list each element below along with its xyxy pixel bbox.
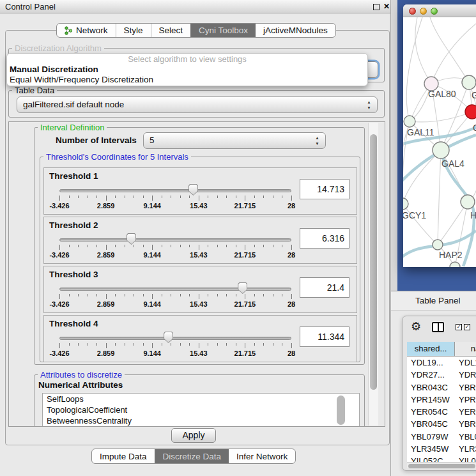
tab-impute-data[interactable]: Impute Data [92, 449, 155, 463]
threshold-slider-track[interactable] [59, 238, 291, 242]
tab-cyni-toolbox[interactable]: Cyni Toolbox [190, 24, 256, 37]
tick-mark [282, 245, 282, 247]
table-row[interactable]: YER054CYER0 [407, 406, 476, 418]
network-edge[interactable] [415, 17, 431, 84]
table-column-header[interactable]: shared... [407, 342, 455, 357]
threshold-slider-thumb[interactable] [238, 282, 247, 294]
attribute-list-item[interactable]: SelfLoops [43, 394, 359, 404]
table-row[interactable]: YBL079WYBL0 [407, 431, 476, 443]
tick-mark [180, 343, 181, 346]
float-window-icon[interactable] [373, 4, 380, 10]
apply-button[interactable]: Apply [171, 428, 216, 443]
table-cell: YBR043C [407, 381, 455, 394]
network-node-label: GAL4 [441, 158, 464, 169]
tab-jactivemnodules[interactable]: jActiveMNodules [256, 24, 335, 37]
network-node-label: H [470, 210, 476, 220]
network-node-hap2[interactable] [433, 240, 443, 250]
number-of-intervals-combo[interactable]: 5 ▲▼ [143, 132, 326, 149]
tab-style[interactable]: Style [116, 24, 151, 37]
network-edge[interactable] [410, 112, 472, 122]
table-row[interactable]: YBR043CYBR0 [407, 381, 476, 394]
tab-label: Style [124, 26, 143, 35]
table-hscrollbar-thumb[interactable] [408, 464, 475, 468]
tick-mark [152, 245, 153, 250]
tick-mark [125, 196, 125, 198]
tick-mark [236, 294, 236, 296]
table-row[interactable]: YLR345WYLR3 [407, 443, 476, 455]
network-canvas[interactable]: GAL80GACGAL11GAL4GCY1HHAP2 [403, 17, 476, 267]
threshold-slider-thumb[interactable] [188, 184, 198, 196]
tab-select[interactable]: Select [151, 24, 191, 37]
threshold-slider-thumb[interactable] [127, 233, 136, 245]
threshold-value-input[interactable]: 11.344 [300, 326, 349, 347]
thresholds-group: Threshold's Coordinates for 5 Intervals … [40, 157, 360, 362]
tab-infer-network[interactable]: Infer Network [229, 449, 295, 463]
panel-scrollbar-track[interactable] [368, 123, 378, 426]
minimize-traffic-light-icon[interactable] [420, 8, 427, 15]
tab-discretize-data[interactable]: Discretize Data [155, 449, 229, 463]
gear-icon[interactable]: ⚙ [411, 320, 421, 333]
split-pane-divider[interactable] [391, 0, 397, 291]
zoom-traffic-light-icon[interactable] [431, 8, 438, 15]
table-row[interactable]: YBR045CYBR0 [407, 418, 476, 430]
tick-mark [162, 245, 162, 247]
panel-scrollbar-thumb[interactable] [370, 134, 377, 390]
table-hscrollbar-track[interactable] [407, 462, 476, 468]
table-row[interactable]: YDR27...YDR2 [407, 369, 476, 381]
attribute-list-item[interactable]: TopologicalCoefficient [43, 404, 359, 415]
dropdown-option-manual[interactable]: Manual Discretization [7, 65, 367, 75]
threshold-slider-track[interactable] [59, 288, 291, 291]
threshold-slider-thumb[interactable] [164, 332, 173, 343]
table-panel-titlebar: Table Panel [391, 291, 476, 311]
close-traffic-light-icon[interactable] [409, 8, 416, 15]
slider-scale-label: 9.144 [143, 349, 161, 357]
tick-mark [78, 343, 79, 346]
network-edge[interactable] [403, 150, 441, 204]
dropdown-option-equal-width[interactable]: Equal Width/Frequency Discretization [7, 75, 367, 85]
table-data-combo[interactable]: galFiltered.sif default node ▲▼ [17, 96, 378, 113]
tick-mark [263, 196, 264, 198]
threshold-slider-track[interactable] [59, 189, 291, 192]
table-row[interactable]: YDL19...YDL1 [407, 357, 476, 369]
control-panel-titlebar: Control Panel ✕ [0, 0, 390, 13]
slider-scale-label: -3.426 [49, 349, 69, 357]
network-window-titlebar[interactable] [403, 4, 476, 17]
network-node-c[interactable] [465, 105, 476, 119]
slider-scale-label: 28 [288, 251, 295, 259]
threshold-value-input[interactable]: 14.713 [300, 179, 349, 199]
network-node-gal4[interactable] [433, 142, 449, 158]
tab-label: Cyni Toolbox [199, 26, 248, 35]
table-cell: YER054C [407, 406, 455, 418]
attributes-list-scrollbar[interactable] [337, 395, 345, 425]
threshold-label: Threshold 3 [49, 270, 98, 279]
slider-ticks [59, 196, 291, 201]
threshold-value-input[interactable]: 6.316 [300, 228, 349, 249]
network-node-gal11[interactable] [404, 116, 415, 127]
threshold-slider-track[interactable] [59, 337, 291, 340]
network-edge[interactable] [431, 24, 476, 84]
table-row[interactable]: YPR145WYPR1 [407, 394, 476, 406]
network-node[interactable] [450, 262, 460, 267]
tick-mark [282, 294, 282, 296]
tick-mark [245, 294, 245, 299]
network-edge[interactable] [468, 82, 476, 202]
attribute-list-item[interactable]: BetweennessCentrality [43, 415, 359, 426]
table-column-header[interactable]: na [455, 342, 476, 357]
tick-mark [180, 245, 181, 247]
checkbox-icon[interactable]: ✓ [464, 324, 470, 330]
table-cell: YBL0 [455, 431, 476, 443]
tick-mark [96, 196, 97, 198]
dropdown-prompt-item[interactable]: Select algorithm to view settings [7, 54, 367, 65]
split-view-icon[interactable] [432, 322, 444, 332]
network-node-ga[interactable] [462, 75, 476, 89]
network-node-h[interactable] [461, 195, 475, 209]
close-icon[interactable]: ✕ [383, 2, 390, 12]
network-edge[interactable] [406, 17, 422, 121]
threshold-value-input[interactable]: 21.4 [300, 277, 349, 298]
slider-scale-label: 15.43 [190, 202, 208, 210]
network-edge[interactable] [438, 150, 441, 245]
node-attribute-table: shared...na YDL19...YDL1YDR27...YDR2YBR0… [407, 342, 476, 468]
tab-network[interactable]: Network [57, 24, 116, 37]
network-node-gcy1[interactable] [403, 198, 408, 210]
checkbox-icon[interactable]: ✓ [456, 324, 462, 330]
